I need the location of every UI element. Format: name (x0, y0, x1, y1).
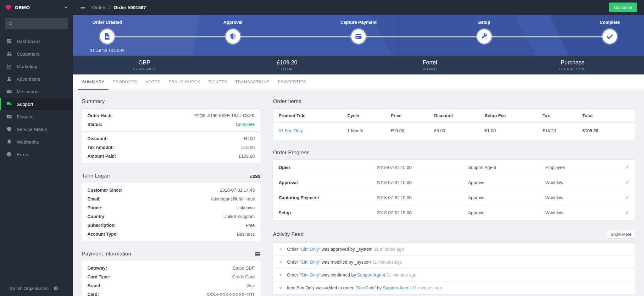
breadcrumb: Orders / Order #001587 (92, 5, 603, 10)
activity-item: ★ Order "Sim Only" was modified by _syst… (273, 256, 635, 269)
sidebar: DEMO Dashboard Customers Marketing (0, 0, 73, 296)
star-icon: ★ (279, 272, 283, 278)
divider (82, 131, 260, 132)
step-complete: Complete (583, 15, 636, 56)
col-setup-fee: Setup Fee (480, 109, 537, 123)
finance-icon (6, 114, 12, 119)
order-link[interactable]: "Sim Only" (299, 260, 320, 265)
search-icon (8, 21, 13, 26)
sidebar-item-label: Messenger (17, 89, 40, 94)
tab-tickets[interactable]: TICKETS (204, 74, 231, 90)
sidebar-search[interactable] (5, 18, 68, 29)
sidebar-item-marketing[interactable]: Marketing (0, 60, 73, 73)
payment-row-card: Card: XXXX-XXXX-XXXX-1111 (82, 290, 260, 296)
sidebar-item-support[interactable]: Support (0, 98, 73, 110)
chevron-down-icon[interactable] (64, 5, 68, 9)
org-name: DEMO (15, 5, 61, 10)
actor-link[interactable]: Support Agent (357, 272, 385, 277)
search-input[interactable] (15, 21, 64, 26)
activity-text: Order "Sim Only" was modified by _system… (287, 260, 402, 265)
customer-row-email: Email: tahirlogan@fortifil.mail (82, 195, 260, 203)
breadcrumb-orders-link[interactable]: Orders (92, 5, 107, 10)
switch-organisation-button[interactable]: Switch Organisation (0, 286, 73, 291)
order-items-card: Product Title Cycle Price Discount Setup… (273, 108, 635, 140)
summary-section: Summary Order Hash: PCQK-A190-58XE-16JU-… (82, 98, 260, 163)
stat-brand: Fortel BRAND (358, 56, 501, 74)
check-icon: ✓ (602, 179, 630, 186)
order-link[interactable]: "Sim Only" (355, 285, 376, 290)
tab-notes[interactable]: NOTES (141, 74, 164, 90)
sidebar-item-errors[interactable]: Errors (0, 148, 73, 161)
sidebar-item-label: Marketing (17, 64, 37, 69)
sidebar-item-service-status[interactable]: Service Status (0, 123, 73, 135)
activity-feed-card: ★ Order "Sim Only" was approved by _syst… (273, 243, 635, 294)
tab-summary[interactable]: SUMMARY (78, 74, 108, 90)
stat-label: CURRENCY (133, 67, 156, 71)
summary-title: Summary (82, 98, 105, 105)
summary-row-tax: Tax Amount: £18.20 (82, 143, 260, 152)
stat-value: GBP (138, 59, 150, 66)
progress-row-setup: Setup 2018-07-31 15:00 Approve Workflow … (273, 205, 635, 220)
status-badge: Complete (236, 122, 255, 127)
customer-row-country: Country: United Kingdom (82, 212, 260, 221)
progress-row-open: Open 2018-07-31 15:00 Support Agent Empl… (273, 160, 635, 175)
cell-discount: £0.00 (429, 123, 480, 140)
sidebar-item-label: Finance (17, 114, 33, 119)
sidebar-nav: Dashboard Customers Marketing Advertiser… (0, 35, 73, 161)
cell-cycle: 1 Month (342, 123, 386, 140)
order-progress-card: Open 2018-07-31 15:00 Support Agent Empl… (273, 160, 635, 220)
tab-fraud-check[interactable]: FRAUD CHECK (164, 74, 204, 90)
sidebar-item-webhooks[interactable]: Webhooks (0, 135, 73, 148)
order-link[interactable]: "Sim Only" (299, 272, 320, 277)
sidebar-item-messenger[interactable]: Messenger (0, 85, 73, 98)
check-icon: ✓ (602, 194, 630, 201)
sidebar-item-label: Dashboard (17, 39, 40, 44)
payment-row-gateway: Gateway: Stripe GBP (82, 264, 260, 272)
summary-row-status: Status: Complete (82, 120, 260, 129)
service-status-icon (6, 126, 12, 132)
activity-text: Order "Sim Only" was confirmed by Suppor… (287, 272, 416, 277)
cell-total: £109.20 (577, 123, 635, 140)
product-link[interactable]: #1 Sim Only (279, 128, 303, 133)
brand-logo-icon (5, 4, 12, 11)
wrench-icon (477, 29, 491, 44)
show-more-button[interactable]: Show More (607, 230, 635, 239)
payment-title: Payment Information (82, 251, 131, 257)
step-label: Complete (600, 20, 620, 25)
activity-feed-section: Activity Feed Show More ★ Order "Sim Onl… (273, 230, 635, 294)
summary-row-discount: Discount: £0.00 (82, 134, 260, 143)
activity-time: 31 minutes ago (374, 247, 404, 252)
sidebar-item-finance[interactable]: Finance (0, 110, 73, 123)
activity-item: ★ Order "Sim Only" was confirmed by Supp… (273, 269, 635, 282)
col-discount: Discount (429, 109, 480, 123)
org-switcher[interactable]: DEMO (0, 0, 73, 15)
stat-total: £109.20 TOTAL (216, 56, 358, 74)
errors-icon (6, 151, 12, 157)
sidebar-item-dashboard[interactable]: Dashboard (0, 35, 73, 47)
messenger-icon (6, 89, 12, 94)
customer-card: Customer Since: 2018-07-31 14:49 Email: … (82, 183, 260, 241)
customer-section: Tahir Logan #292 Customer Since: 2018-07… (82, 173, 260, 241)
activity-text: Order "Sim Only" was approved by _system… (287, 247, 404, 252)
right-column: Order Items Product Title Cycle (273, 98, 635, 288)
sidebar-item-label: Errors (17, 152, 30, 157)
order-item-row: #1 Sim Only 1 Month £90.00 £0.00 £1.00 £… (273, 123, 635, 140)
cell-setup-fee: £1.00 (480, 123, 537, 140)
activity-time: 31 minutes ago (386, 272, 416, 277)
customer-button[interactable]: Customer (609, 3, 637, 12)
order-progress-stepper: Order Created 31 Jul '18 14:58:49 Approv… (73, 15, 644, 56)
left-column: Summary Order Hash: PCQK-A190-58XE-16JU-… (82, 98, 260, 288)
sidebar-item-advertisers[interactable]: Advertisers (0, 73, 73, 85)
order-tabs: SUMMARY PRODUCTS NOTES FRAUD CHECK TICKE… (73, 74, 644, 90)
tab-transactions[interactable]: TRANSACTIONS (231, 74, 274, 90)
hamburger-menu-icon[interactable] (80, 4, 86, 10)
tab-properties[interactable]: PROPERTIES (274, 74, 310, 90)
tab-products[interactable]: PRODUCTS (108, 74, 141, 90)
order-link[interactable]: "Sim Only" (299, 247, 320, 252)
sidebar-item-label: Advertisers (17, 76, 40, 82)
progress-row-capturing-payment: Capturing Payment 2018-07-31 15:00 Appro… (273, 190, 635, 205)
actor-link[interactable]: Support Agent (383, 285, 411, 290)
sidebar-item-customers[interactable]: Customers (0, 47, 73, 60)
payment-section: Payment Information Gateway: Stripe GBP … (82, 251, 260, 296)
advertisers-icon (6, 76, 12, 82)
